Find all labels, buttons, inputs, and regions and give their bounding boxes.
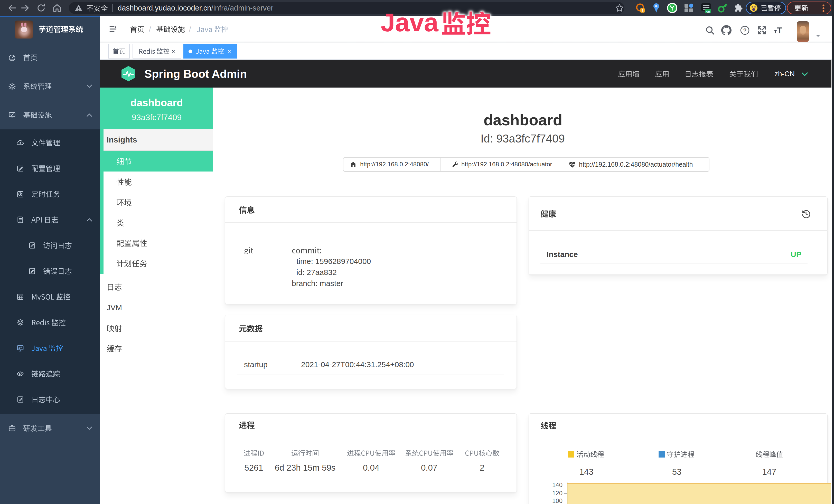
svg-text:?: ? (743, 27, 746, 33)
svg-text:on: on (706, 10, 710, 13)
svg-text:1: 1 (642, 8, 643, 12)
